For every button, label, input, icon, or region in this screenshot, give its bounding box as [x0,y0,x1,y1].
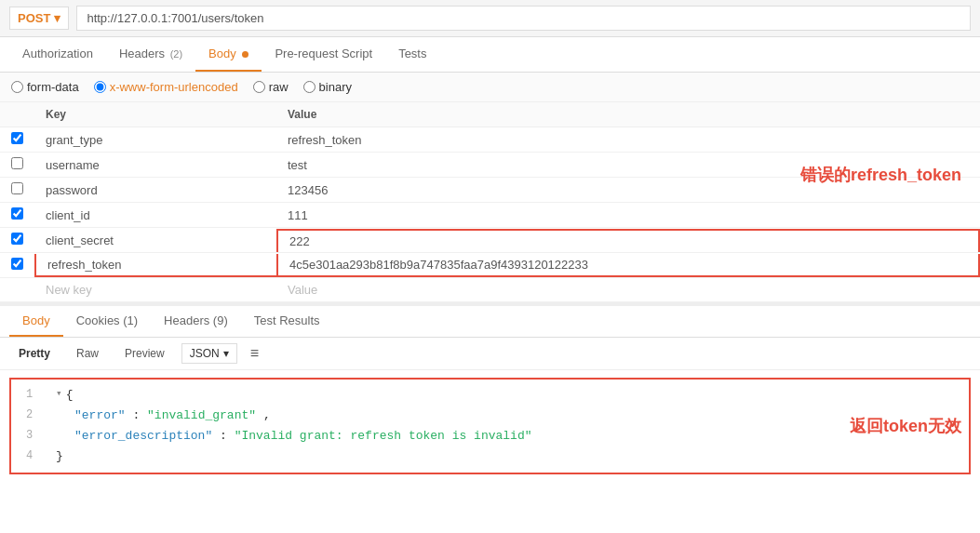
val-refresh-token[interactable]: 4c5e301aa293b81f8b9a747835faa7a9f4393120… [276,253,980,278]
radio-form-data[interactable]: form-data [11,80,79,94]
row-check-refresh-token[interactable] [11,258,23,270]
top-bar: POST ▾ [0,0,980,37]
json-toolbar: Pretty Raw Preview JSON ▾ ≡ [0,338,980,370]
body-type-row: form-data x-www-form-urlencoded raw bina… [0,73,980,102]
row-check-client-secret[interactable] [11,233,23,245]
key-password[interactable]: password [34,178,276,203]
request-tab-nav: Authorization Headers (2) Body Pre-reque… [0,37,980,73]
annotation-invalid-token: 返回token无效 [850,415,961,437]
val-grant-type[interactable]: refresh_token [276,127,980,153]
json-format-select[interactable]: JSON ▾ [181,343,237,364]
table-row: refresh_token 4c5e301aa293b81f8b9a747835… [0,253,980,278]
json-body: 1 ▾ { 2 "error" : "invalid_grant" , 3 "e… [9,378,971,474]
key-client-id[interactable]: client_id [34,203,276,228]
format-icon[interactable]: ≡ [245,343,264,364]
col-check [0,102,34,127]
tab-tests[interactable]: Tests [385,37,439,72]
raw-button[interactable]: Raw [67,344,108,363]
fold-icon[interactable]: ▾ [56,385,62,406]
method-select[interactable]: POST ▾ [9,7,69,30]
tab-body[interactable]: Body [195,37,262,72]
json-line-2: 2 "error" : "invalid_grant" , [26,406,954,426]
method-chevron: ▾ [54,11,60,25]
url-input[interactable] [76,6,971,31]
tab-authorization[interactable]: Authorization [9,37,106,72]
row-check-grant-type[interactable] [11,132,23,144]
response-section: Body Cookies (1) Headers (9) Test Result… [0,302,980,474]
key-refresh-token[interactable]: refresh_token [34,253,276,278]
col-key: Key [34,102,276,127]
val-client-id[interactable]: 111 [276,203,980,228]
annotation-wrong-token: 错误的refresh_token [800,164,961,186]
body-dot [242,51,248,58]
radio-binary[interactable]: binary [303,80,352,94]
key-client-secret[interactable]: client_secret [34,228,276,253]
tab-response-test-results[interactable]: Test Results [241,306,333,337]
row-check-password[interactable] [11,182,23,194]
new-key-placeholder[interactable]: New key [34,278,276,302]
preview-button[interactable]: Preview [115,344,174,363]
row-check-client-id[interactable] [11,207,23,220]
json-line-3: 3 "error_description" : "Invalid grant: … [26,426,954,446]
tab-pre-request-script[interactable]: Pre-request Script [262,37,385,72]
val-client-secret[interactable]: 222 [276,228,980,253]
json-content-wrapper: 1 ▾ { 2 "error" : "invalid_grant" , 3 "e… [0,378,980,474]
response-tab-nav: Body Cookies (1) Headers (9) Test Result… [0,306,980,338]
kv-table: Key Value grant_type refresh_token usern… [0,102,980,302]
kv-wrapper: Key Value grant_type refresh_token usern… [0,102,980,302]
tab-response-cookies[interactable]: Cookies (1) [63,306,151,337]
tab-headers[interactable]: Headers (2) [106,37,195,72]
json-line-1: 1 ▾ { [26,385,954,406]
radio-x-www-form-urlencoded[interactable]: x-www-form-urlencoded [94,80,238,94]
radio-raw[interactable]: raw [253,80,289,94]
tab-response-body[interactable]: Body [9,306,63,337]
key-username[interactable]: username [34,153,276,178]
tab-response-headers[interactable]: Headers (9) [151,306,241,337]
new-val-placeholder[interactable]: Value [276,278,980,302]
table-row: client_secret 222 [0,228,980,253]
json-line-4: 4 } [26,446,954,467]
table-row-new: New key Value [0,278,980,302]
col-value: Value [276,102,980,127]
method-label: POST [18,11,50,25]
row-check-username[interactable] [11,157,23,169]
table-row: grant_type refresh_token [0,127,980,153]
key-grant-type[interactable]: grant_type [34,127,276,153]
table-row: client_id 111 [0,203,980,228]
pretty-button[interactable]: Pretty [9,344,60,363]
